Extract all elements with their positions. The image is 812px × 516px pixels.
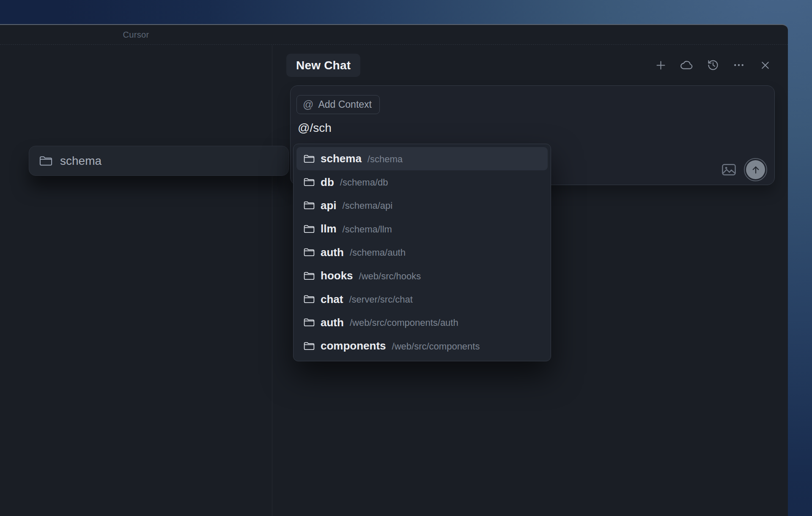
folder-icon xyxy=(304,295,315,304)
suggestion-path: /schema/auth xyxy=(350,246,406,258)
composer-actions xyxy=(721,158,767,181)
chat-input[interactable] xyxy=(298,121,568,135)
folder-icon xyxy=(304,318,315,327)
suggestion-name: auth xyxy=(321,316,344,329)
ellipsis-icon xyxy=(733,59,745,71)
close-icon xyxy=(760,60,771,71)
suggestion-name: schema xyxy=(321,152,362,165)
suggestion-path: /web/src/hooks xyxy=(359,270,421,282)
panel-divider xyxy=(272,45,272,516)
folder-icon xyxy=(304,224,315,234)
titlebar: Cursor xyxy=(0,25,788,45)
send-button[interactable] xyxy=(744,158,767,181)
cloud-button[interactable] xyxy=(678,57,695,74)
suggestion-path: /schema/api xyxy=(343,199,393,211)
context-suggestion-item[interactable]: hooks /web/src/hooks xyxy=(296,264,548,287)
context-suggestion-item[interactable]: auth /schema/auth xyxy=(296,241,548,264)
at-sign-icon: @ xyxy=(303,98,313,111)
suggestion-name: api xyxy=(321,199,337,212)
folder-icon xyxy=(304,271,315,281)
attach-image-button[interactable] xyxy=(721,164,736,176)
arrow-up-icon xyxy=(750,164,761,175)
folder-icon xyxy=(39,156,52,167)
suggestion-path: /web/src/components xyxy=(392,340,480,352)
close-button[interactable] xyxy=(757,57,774,74)
history-button[interactable] xyxy=(705,57,721,74)
context-suggestion-item[interactable]: components /web/src/components xyxy=(296,334,548,358)
cloud-icon xyxy=(680,60,694,70)
context-suggestion-item[interactable]: chat /server/src/chat xyxy=(296,287,548,311)
suggestion-name: llm xyxy=(321,222,337,235)
context-suggestion-item[interactable]: api /schema/api xyxy=(296,194,548,217)
suggestion-name: hooks xyxy=(321,269,353,282)
suggestion-path: /schema xyxy=(368,153,403,165)
suggestion-name: components xyxy=(321,339,386,352)
dragged-folder-schema[interactable]: schema xyxy=(29,146,289,176)
context-suggestion-item[interactable]: auth /web/src/components/auth xyxy=(296,311,548,334)
suggestion-name: db xyxy=(321,176,334,189)
folder-icon xyxy=(304,341,315,351)
context-suggestion-item[interactable]: schema /schema xyxy=(296,147,548,170)
new-chat-button[interactable] xyxy=(652,57,669,74)
context-suggestion-item[interactable]: db /schema/db xyxy=(296,170,548,194)
add-context-button[interactable]: @ Add Context xyxy=(296,95,380,114)
context-suggestion-item[interactable]: llm /schema/llm xyxy=(296,217,548,240)
folder-icon xyxy=(304,201,315,210)
image-icon xyxy=(721,164,736,176)
context-suggestions-menu: schema /schema db /schema/db api /schema… xyxy=(293,144,551,361)
plus-icon xyxy=(655,60,667,71)
cursor-window: Cursor schema New Chat xyxy=(0,24,788,516)
suggestion-name: auth xyxy=(321,246,344,259)
chat-header-actions xyxy=(652,57,774,74)
chat-title: New Chat xyxy=(296,59,351,72)
chat-tab-new-chat[interactable]: New Chat xyxy=(286,54,360,77)
app-title: Cursor xyxy=(0,25,272,44)
folder-icon xyxy=(304,248,315,257)
suggestion-path: /schema/db xyxy=(340,176,388,188)
send-button-inner xyxy=(746,160,765,179)
dragged-folder-label: schema xyxy=(60,154,102,168)
history-icon xyxy=(707,59,719,71)
suggestion-path: /web/src/components/auth xyxy=(350,317,458,328)
more-options-button[interactable] xyxy=(730,57,747,74)
suggestion-name: chat xyxy=(321,293,343,306)
folder-icon xyxy=(304,154,315,164)
add-context-label: Add Context xyxy=(318,99,372,110)
suggestion-path: /schema/llm xyxy=(343,223,392,235)
suggestion-path: /server/src/chat xyxy=(349,293,412,305)
folder-icon xyxy=(304,177,315,187)
